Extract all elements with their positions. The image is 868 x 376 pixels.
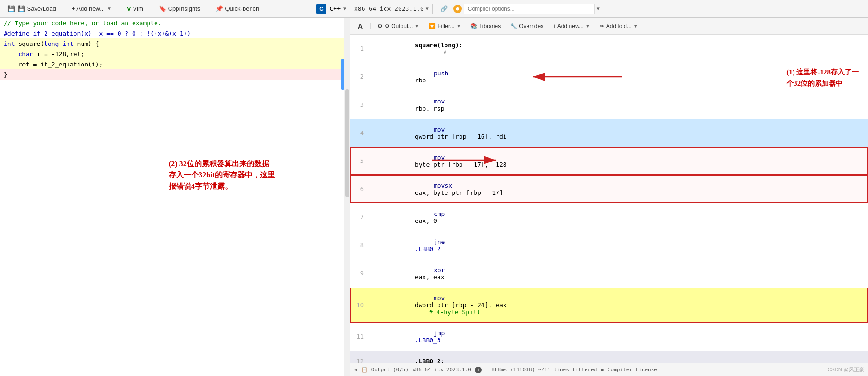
asm-instr-10: mov xyxy=(415,295,453,302)
top-header: 💾 💾 Save/Load + Add new... ▼ V Vim 🔖 Cpp… xyxy=(0,0,868,18)
code-define-2: #define if_2_equation(x) x == 0 ? 0 : !(… xyxy=(4,30,191,37)
compiler-options-input[interactable] xyxy=(464,4,595,14)
asm-line-10: 10 mov dword ptr [rbp - 24], eax # 4-byt… xyxy=(350,288,868,323)
asm-comment-1: # xyxy=(443,49,447,56)
overrides-button[interactable]: 🔧 Overrides xyxy=(506,22,547,31)
divider6 xyxy=(432,4,433,14)
editor-panel: // Type your code here, or load an examp… xyxy=(0,18,350,376)
language-selector[interactable]: G C++ ▼ xyxy=(316,4,346,14)
language-dropdown-arrow: ▼ xyxy=(343,6,346,11)
asm-instr-7: cmp xyxy=(415,210,453,217)
code-text-5: ret = if_2_equation(i); xyxy=(4,61,103,68)
add-new-button[interactable]: + Add new... ▼ xyxy=(68,3,115,14)
right-toolbar: x86-64 icx 2023.1.0 ▼ 🔗 ● ▼ xyxy=(350,0,868,17)
editor-line-2: #define if_2_equation(x) x == 0 ? 0 : !(… xyxy=(0,28,350,38)
asm-line-1: 1 square(long): # xyxy=(350,35,868,63)
asm-line-2: 2 push rbp xyxy=(350,63,868,91)
asm-op-4: qword ptr [rbp - 16], rdi xyxy=(415,133,507,140)
libraries-icon: 📚 xyxy=(470,23,477,29)
add-new-dropdown-arrow: ▼ xyxy=(107,6,111,11)
asm-op-11: .LBB0_3 xyxy=(415,337,441,344)
save-icon: 💾 xyxy=(7,5,15,12)
cpp-logo: G xyxy=(316,4,326,14)
asm-panel: A | ⚙ ⚙ Output... ▼ 🔽 Filter... ▼ 📚 Libr… xyxy=(350,18,868,376)
libraries-button[interactable]: 📚 Libraries xyxy=(467,22,504,31)
asm-line-8: 8 jne .LBB0_2 xyxy=(350,231,868,259)
csdn-watermark: CSDN @风正豪 xyxy=(828,366,864,373)
vim-icon: V xyxy=(127,5,131,12)
asm-content[interactable]: 1 square(long): # 2 push rbp 3 xyxy=(350,35,868,363)
cpp-insights-button[interactable]: 🔖 CppInsights xyxy=(155,3,204,14)
asm-line-6: 6 movsx eax, byte ptr [rbp - 17] xyxy=(350,175,868,203)
asm-line-9: 9 xor eax, eax xyxy=(350,259,868,288)
output-button[interactable]: ⚙ ⚙ Output... ▼ xyxy=(374,22,423,31)
asm-instr-11: jmp xyxy=(415,330,453,337)
asm-line-5: 5 mov byte ptr [rbp - 17], -128 xyxy=(350,147,868,175)
asm-instr-3: mov xyxy=(415,98,453,105)
divider4 xyxy=(208,4,208,14)
add-tool-button[interactable]: ✏ Add tool... ▼ xyxy=(596,22,642,31)
vim-button[interactable]: V Vim xyxy=(123,3,147,14)
divider3 xyxy=(151,4,151,14)
code-keyword-long: long int xyxy=(44,40,77,47)
asm-op-3: rbp, rsp xyxy=(415,105,445,112)
asm-status-bar: ↻ 📋 Output (0/5) x86-64 icx 2023.1.0 i -… xyxy=(350,363,868,376)
asm-line-4: 4 mov qword ptr [rbp - 16], rdi xyxy=(350,119,868,147)
asm-instr-2: push xyxy=(415,70,453,77)
timing-label: - 868ms (11103B) ~211 lines filtered xyxy=(485,367,597,373)
open-external-button[interactable]: 🔗 xyxy=(437,3,452,14)
asm-instr-5: mov xyxy=(415,154,453,161)
output-status-label: Output (0/5) xyxy=(371,367,408,373)
asm-instr-6: movsx xyxy=(415,182,453,189)
asm-a-button[interactable]: A xyxy=(354,21,366,31)
divider5 xyxy=(267,4,267,14)
asm-content-wrapper: 1 square(long): # 2 push rbp 3 xyxy=(350,35,868,363)
save-load-button[interactable]: 💾 💾 Save/Load xyxy=(4,3,60,14)
asm-add-new-button[interactable]: + Add new... ▼ xyxy=(549,22,594,31)
asm-add-dropdown-arrow: ▼ xyxy=(586,23,590,29)
editor-line-6: } xyxy=(0,69,350,80)
scrollbar-thumb xyxy=(345,89,349,197)
gear-icon: ⚙ xyxy=(378,23,383,29)
code-text-3b: num) { xyxy=(77,40,99,47)
filter-dropdown-arrow: ▼ xyxy=(456,23,461,29)
editor-line-4: char i = -128,ret; xyxy=(0,49,350,59)
main-layout: // Type your code here, or load an examp… xyxy=(0,18,868,376)
editor-scrollbar[interactable] xyxy=(344,18,350,376)
add-tool-dropdown-arrow: ▼ xyxy=(633,23,638,29)
refresh-icon[interactable]: ↻ xyxy=(354,367,357,373)
asm-line-3: 3 mov rbp, rsp xyxy=(350,91,868,119)
code-text-4: i = -128,ret; xyxy=(37,51,84,58)
filter-button[interactable]: 🔽 Filter... ▼ xyxy=(425,22,465,31)
compiler-info-label: x86-64 icx 2023.1.0 xyxy=(412,367,471,373)
divider1 xyxy=(64,4,64,14)
asm-op-2: rbp xyxy=(415,77,426,84)
quick-bench-icon: 📌 xyxy=(215,5,223,12)
compiler-license-label: Compiler License xyxy=(608,367,657,373)
editor-line-5: ret = if_2_equation(i); xyxy=(0,59,350,69)
asm-instr-4: mov xyxy=(415,126,453,133)
compiler-name-label: x86-64 icx 2023.1.0 xyxy=(354,5,424,12)
pencil-icon: ✏ xyxy=(600,23,604,29)
asm-label-square: square(long): xyxy=(415,42,463,49)
output-status-icon: 📋 xyxy=(361,367,368,373)
editor-line-1: // Type your code here, or load an examp… xyxy=(0,18,350,28)
asm-instr-8: jne xyxy=(415,238,453,245)
asm-toolbar: A | ⚙ ⚙ Output... ▼ 🔽 Filter... ▼ 📚 Libr… xyxy=(350,18,868,35)
quick-bench-button[interactable]: 📌 Quick-bench xyxy=(212,3,263,14)
cpp-insights-icon: 🔖 xyxy=(159,5,166,12)
asm-op-7: eax, 0 xyxy=(415,217,437,224)
asm-toolbar-divider1: | xyxy=(368,22,372,29)
info-icon: i xyxy=(475,367,482,373)
asm-op-9: eax, eax xyxy=(415,273,445,280)
asm-line-7: 7 cmp eax, 0 xyxy=(350,203,868,231)
editor-content[interactable]: // Type your code here, or load an examp… xyxy=(0,18,350,376)
compiler-dropdown-arrow[interactable]: ▼ xyxy=(426,6,429,11)
asm-op-6: eax, byte ptr [rbp - 17] xyxy=(415,189,503,196)
options-dropdown-arrow[interactable]: ▼ xyxy=(597,6,600,11)
asm-comment-10: # 4-byte Spill xyxy=(429,309,481,316)
asm-op-5: byte ptr [rbp - 17], -128 xyxy=(415,161,507,168)
asm-op-8: .LBB0_2 xyxy=(415,245,441,252)
code-text-6: } xyxy=(4,71,7,78)
code-text-3: square( xyxy=(18,40,44,47)
